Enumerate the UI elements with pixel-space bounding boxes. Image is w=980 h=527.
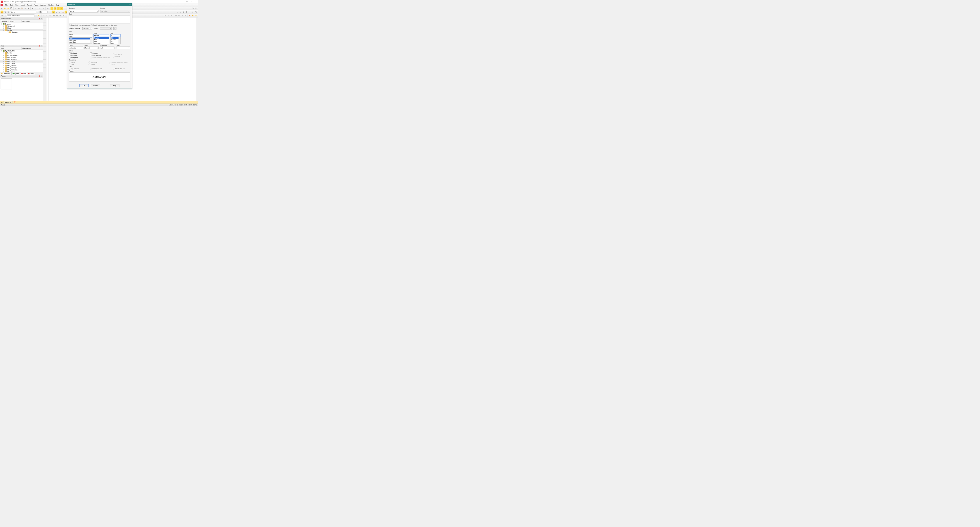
hyperlink-combo[interactable]: <no entry>	[82, 27, 92, 30]
tab-model[interactable]: Model	[27, 72, 35, 75]
tool-6-icon[interactable]: ✕	[192, 11, 194, 13]
help-button[interactable]: Help	[110, 84, 119, 87]
dialog-close-icon[interactable]: ✕	[129, 4, 130, 6]
pin-icon[interactable]: 📌	[38, 75, 40, 77]
menu-addons[interactable]: Add-ons	[39, 4, 47, 6]
minimize-button[interactable]: —	[186, 1, 188, 3]
rtool-6-icon[interactable]: ◳	[181, 14, 184, 17]
text-c-icon[interactable]: T	[60, 7, 63, 10]
text-input[interactable]	[69, 16, 130, 24]
text-a-icon[interactable]: A	[54, 7, 57, 10]
font-style-input[interactable]	[94, 34, 109, 37]
panel-close-icon[interactable]: ✕	[41, 45, 42, 47]
circle-radio[interactable]: Circle	[69, 61, 87, 63]
tree-item[interactable]: ⊞Functional Desi...	[0, 54, 43, 56]
tree-item[interactable]: ⊞Model	[0, 27, 43, 29]
align-left-icon[interactable]: ≡	[52, 11, 55, 13]
maximize-button[interactable]: ☐	[190, 1, 193, 3]
node-drop-icon[interactable]: ▾	[4, 14, 7, 17]
fraction-b-icon[interactable]: ½	[7, 11, 10, 13]
rtool-4-icon[interactable]: ◱	[175, 14, 178, 17]
tree-item[interactable]: ⊞Misc_Block	[0, 61, 43, 62]
folder-icon[interactable]: 📁	[7, 7, 10, 10]
open-icon[interactable]: 📂	[4, 7, 7, 10]
align-right-icon[interactable]: ≡	[59, 11, 61, 13]
menu-view[interactable]: View	[14, 4, 20, 6]
rtool-1-icon[interactable]: ◧	[164, 14, 167, 17]
font-name-list[interactable]: Arial Arial Baltic Arial Black	[69, 37, 92, 43]
tree-item[interactable]: ⊞In use...	[0, 23, 43, 25]
tool-3-icon[interactable]: ▤	[182, 11, 185, 13]
new-icon[interactable]: 🗋	[1, 7, 3, 10]
menu-tools[interactable]: Tools	[33, 4, 39, 6]
font-name-input[interactable]	[69, 35, 92, 37]
tool-2-icon[interactable]: ⊕	[179, 11, 181, 13]
strikeout-checkbox[interactable]: Strikeout	[69, 52, 89, 54]
ellipse-radio[interactable]: Ellipse	[89, 64, 108, 65]
tree-item[interactable]: ⊞Symbols_2018	[0, 50, 43, 52]
level-combo[interactable]: 1	[116, 46, 130, 49]
rtool-8-icon[interactable]: ✖	[188, 14, 191, 17]
dbe-col1[interactable]: Component / Symbol	[0, 20, 22, 22]
tree-item[interactable]: ⊞Misc_Cable pro...	[0, 67, 43, 69]
tab-component[interactable]: Component	[0, 72, 11, 75]
menu-window[interactable]: Window	[47, 4, 55, 6]
tree-item[interactable]: ⊞Misc_Cable	[0, 62, 43, 65]
opaque-checkbox[interactable]: Opaque	[90, 52, 111, 54]
tree-item[interactable]: ⊞Misc_Arrows	[0, 56, 43, 59]
alignment-combo[interactable]: Left	[100, 46, 114, 49]
tree-item[interactable]: ⊞Component	[0, 25, 43, 27]
lock-checkbox[interactable]: Lock position	[90, 55, 111, 56]
menu-edit[interactable]: Edit	[9, 4, 14, 6]
font-size-list[interactable]: 0.1 " 0.125 " 0.2 " 0.25 "	[111, 37, 121, 44]
menu-help[interactable]: Help	[55, 4, 60, 6]
tool-1-icon[interactable]: ◇	[176, 11, 179, 13]
layout-h-icon[interactable]: ⬚	[194, 7, 197, 10]
tree-item[interactable]: ⊞Misc_Attribute t...	[0, 59, 43, 61]
print-icon[interactable]: 🖨	[31, 7, 34, 10]
rectangle-radio[interactable]: Rectangle	[89, 61, 108, 63]
bottom-textbox-radio[interactable]: Bottom text box	[113, 68, 125, 70]
copy-icon[interactable]: ⧉	[18, 7, 21, 10]
scrollbar[interactable]	[196, 18, 198, 101]
rtool-7-icon[interactable]: ◰	[184, 14, 187, 17]
font-style-list[interactable]: Regular Bold Italic Bold Italic	[94, 37, 109, 44]
tool-5-icon[interactable]: ↔	[188, 11, 191, 13]
tree-item[interactable]: ⊞Bundle	[0, 52, 43, 54]
sheet-icon[interactable]: ▭	[46, 7, 49, 10]
center-textbox-radio[interactable]: Center text box	[90, 68, 111, 70]
text-size-input[interactable]	[40, 11, 48, 13]
node-dropdown-icon[interactable]: ▾	[35, 14, 38, 17]
messages-button[interactable]: Messages	[4, 101, 13, 103]
fraction-a-icon[interactable]: ¼	[4, 11, 7, 13]
tree-item[interactable]: Connec...	[0, 31, 43, 33]
rtool-3-icon[interactable]: ⧉	[170, 14, 173, 17]
menu-insert[interactable]: Insert	[20, 4, 26, 6]
rtool-10-icon[interactable]: ⚡	[194, 14, 197, 17]
tab-symbol[interactable]: Symbol	[11, 72, 20, 75]
text-b-icon[interactable]: ⤴	[57, 7, 60, 10]
node-tool-icon[interactable]: ⊸	[1, 14, 3, 17]
save-icon[interactable]: 💾	[10, 7, 13, 10]
rect3-icon[interactable]: ▭	[48, 14, 51, 17]
oval-radio[interactable]: Oval	[69, 64, 87, 65]
rect2-icon[interactable]: ▱	[45, 14, 48, 17]
help-icon[interactable]: ?	[35, 7, 37, 10]
dbe-col2[interactable]: Info column	[22, 20, 43, 22]
messages-chevron-icon[interactable]: ≪	[1, 101, 3, 103]
close-button[interactable]: ✕	[194, 1, 197, 3]
measure-icon[interactable]: 📐	[38, 14, 41, 17]
app-menu-icon[interactable]	[1, 4, 3, 6]
underline-checkbox[interactable]: Underline	[69, 55, 89, 56]
cancel-button[interactable]: Cancel	[91, 84, 100, 87]
grid-icon[interactable]: ▦	[27, 7, 30, 10]
rtool-5-icon[interactable]: ◲	[178, 14, 180, 17]
pictogram-checkbox[interactable]: Pictogram	[69, 57, 89, 59]
mil4-icon[interactable]: MIL	[62, 14, 65, 17]
text-tool-icon[interactable]: A	[1, 11, 3, 13]
rtool-9-icon[interactable]: ✋	[192, 14, 194, 17]
text-tx-icon[interactable]: Txt	[62, 11, 65, 13]
ok-button[interactable]: OK	[80, 84, 89, 87]
mil2-icon[interactable]: MIL	[56, 14, 59, 17]
pin-icon[interactable]: 📌	[38, 18, 40, 20]
